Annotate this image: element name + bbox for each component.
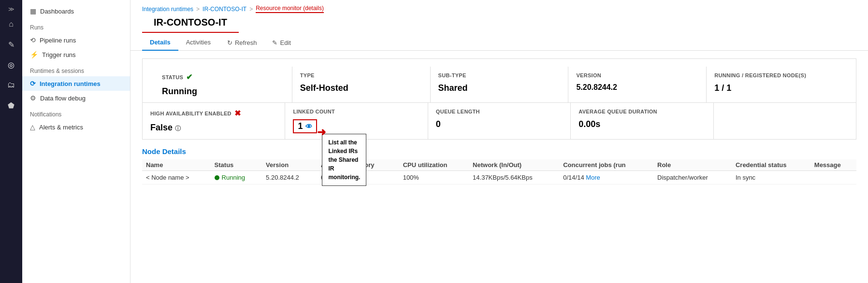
linked-count-highlight[interactable]: 1 👁 <box>293 119 317 133</box>
linked-count-annotation: 1 👁 ➜ List all the Linked IRs the Shared… <box>293 119 317 133</box>
table-row: < Node name > Running 5.20.8244.2 6924MB… <box>142 171 856 184</box>
refresh-button[interactable]: ↻ Refresh <box>220 36 264 49</box>
card-linked-count: LINKED COUNT 1 👁 ➜ List all the Linked I… <box>285 103 428 139</box>
edit-pencil-icon: ✎ <box>272 39 277 46</box>
monitor-icon[interactable]: ◎ <box>2 56 20 73</box>
edit-icon[interactable]: ✎ <box>2 36 20 53</box>
card-version-value: 5.20.8244.2 <box>576 83 698 92</box>
card-version-label: VERSION <box>576 72 698 78</box>
card-version: VERSION 5.20.8244.2 <box>568 67 707 102</box>
cell-network: 14.37KBps/5.64KBps <box>469 171 559 184</box>
card-avg-queue-value: 0.00s <box>579 119 705 129</box>
sidebar-item-data-flow-debug[interactable]: ⚙ Data flow debug <box>22 91 130 105</box>
refresh-icon: ↻ <box>227 39 232 46</box>
tab-details[interactable]: Details <box>142 35 178 51</box>
expand-collapse-icon[interactable]: ≫ <box>8 6 14 13</box>
card-ha-label: HIGH AVAILABILITY ENABLED ✖ <box>150 109 277 118</box>
edit-button[interactable]: ✎ Edit <box>265 36 297 49</box>
cards-row-1: STATUS ✔ Running TYPE Self-Hosted SUB-TY… <box>142 58 856 103</box>
breadcrumb-current: Resource monitor (details) <box>256 5 324 13</box>
card-type-value: Self-Hosted <box>300 83 422 93</box>
graduate-icon[interactable]: ⬟ <box>2 97 20 114</box>
node-details-section: Node Details Name Status Version Availab… <box>142 147 856 184</box>
home-icon[interactable]: ⌂ <box>2 15 20 33</box>
card-queue-length-label: QUEUE LENGTH <box>436 109 563 114</box>
col-cpu-utilization: CPU utilization <box>399 159 469 171</box>
page-title-wrap: IR-CONTOSO-IT <box>130 15 868 33</box>
card-status-label: STATUS ✔ <box>162 72 284 82</box>
briefcase-icon[interactable]: 🗂 <box>2 76 20 94</box>
cell-status: Running <box>211 171 262 184</box>
card-subtype-label: SUB-TYPE <box>438 72 561 78</box>
card-running-nodes: RUNNING / REGISTERED NODE(S) 1 / 1 <box>707 67 844 102</box>
breadcrumb-integration-runtimes[interactable]: Integration runtimes <box>142 6 193 13</box>
cell-version: 5.20.8244.2 <box>262 171 317 184</box>
sidebar-item-alerts-metrics[interactable]: △ Alerts & metrics <box>22 120 130 134</box>
node-details-title: Node Details <box>142 147 856 156</box>
col-network: Network (In/Out) <box>469 159 559 171</box>
breadcrumb-sep-2: > <box>249 6 253 13</box>
card-linked-count-label: LINKED COUNT <box>293 109 420 114</box>
false-info-icon[interactable]: ⓘ <box>175 125 181 132</box>
eye-icon: 👁 <box>305 123 312 130</box>
breadcrumb-sep-1: > <box>196 6 200 13</box>
sidebar-item-trigger-runs[interactable]: ⚡ Trigger runs <box>22 47 130 62</box>
ha-x-icon: ✖ <box>234 109 241 118</box>
col-version: Version <box>262 159 317 171</box>
sidebar-item-dashboards[interactable]: ▦ Dashboards <box>22 4 130 18</box>
card-avg-queue-duration: AVERAGE QUEUE DURATION 0.00s <box>571 103 713 139</box>
col-credential-status: Credential status <box>732 159 810 171</box>
breadcrumb: Integration runtimes > IR-CONTOSO-IT > R… <box>130 0 868 15</box>
tab-activities[interactable]: Activities <box>178 35 218 51</box>
cell-credential-status: In sync <box>732 171 810 184</box>
more-link[interactable]: More <box>586 174 600 181</box>
card-subtype: SUB-TYPE Shared <box>431 67 569 102</box>
col-role: Role <box>653 159 732 171</box>
card-status: STATUS ✔ Running <box>154 67 292 102</box>
runs-section-label: Runs <box>22 18 130 33</box>
card-type-label: TYPE <box>300 72 422 78</box>
card-queue-length-value: 0 <box>436 119 563 129</box>
card-linked-count-value: 1 👁 ➜ List all the Linked IRs the Shared… <box>293 119 420 133</box>
card-running-nodes-label: RUNNING / REGISTERED NODE(S) <box>714 72 837 78</box>
node-table: Name Status Version Available memory CPU… <box>142 159 856 184</box>
status-check-icon: ✔ <box>186 72 192 82</box>
sidebar-item-pipeline-runs[interactable]: ⟲ Pipeline runs <box>22 33 130 47</box>
sidebar-icon-strip: ≫ ⌂ ✎ ◎ 🗂 ⬟ <box>0 0 22 283</box>
trigger-runs-icon: ⚡ <box>30 51 38 58</box>
card-status-value: Running <box>162 86 284 97</box>
cell-node-name: < Node name > <box>142 171 211 184</box>
cards-row-2: HIGH AVAILABILITY ENABLED ✖ False ⓘ LINK… <box>142 103 856 140</box>
col-name: Name <box>142 159 211 171</box>
cell-cpu-utilization: 100% <box>399 171 469 184</box>
sidebar-nav: ▦ Dashboards Runs ⟲ Pipeline runs ⚡ Trig… <box>22 0 130 283</box>
dashboards-icon: ▦ <box>30 7 36 15</box>
data-flow-debug-icon: ⚙ <box>30 94 36 102</box>
card-empty <box>714 103 856 139</box>
table-header-row: Name Status Version Available memory CPU… <box>142 159 856 171</box>
cell-message <box>810 171 856 184</box>
sidebar-item-integration-runtimes[interactable]: ⟳ Integration runtimes <box>22 76 130 91</box>
callout-tooltip: List all the Linked IRs the Shared IR mo… <box>322 134 366 186</box>
card-avg-queue-label: AVERAGE QUEUE DURATION <box>579 109 705 114</box>
card-queue-length: QUEUE LENGTH 0 <box>428 103 571 139</box>
card-ha-enabled: HIGH AVAILABILITY ENABLED ✖ False ⓘ <box>143 103 285 139</box>
pipeline-runs-icon: ⟲ <box>30 36 36 44</box>
col-concurrent-jobs: Concurrent jobs (run <box>559 159 653 171</box>
alerts-metrics-icon: △ <box>30 123 35 131</box>
card-ha-value: False ⓘ <box>150 123 277 133</box>
col-message: Message <box>810 159 856 171</box>
integration-runtimes-icon: ⟳ <box>30 80 36 87</box>
col-status: Status <box>211 159 262 171</box>
card-subtype-value: Shared <box>438 83 561 93</box>
callout-arrow-icon: ➜ <box>317 126 326 139</box>
main-content: Integration runtimes > IR-CONTOSO-IT > R… <box>130 0 868 283</box>
status-running-dot <box>215 175 219 180</box>
tabs-bar: Details Activities ↻ Refresh ✎ Edit <box>130 35 868 51</box>
page-title: IR-CONTOSO-IT <box>142 15 239 33</box>
card-type: TYPE Self-Hosted <box>292 67 431 102</box>
cell-concurrent-jobs: 0/14/14 More <box>559 171 653 184</box>
notifications-section-label: Notifications <box>22 105 130 120</box>
breadcrumb-ir-contoso-it[interactable]: IR-CONTOSO-IT <box>203 6 246 13</box>
card-running-nodes-value: 1 / 1 <box>714 83 837 93</box>
